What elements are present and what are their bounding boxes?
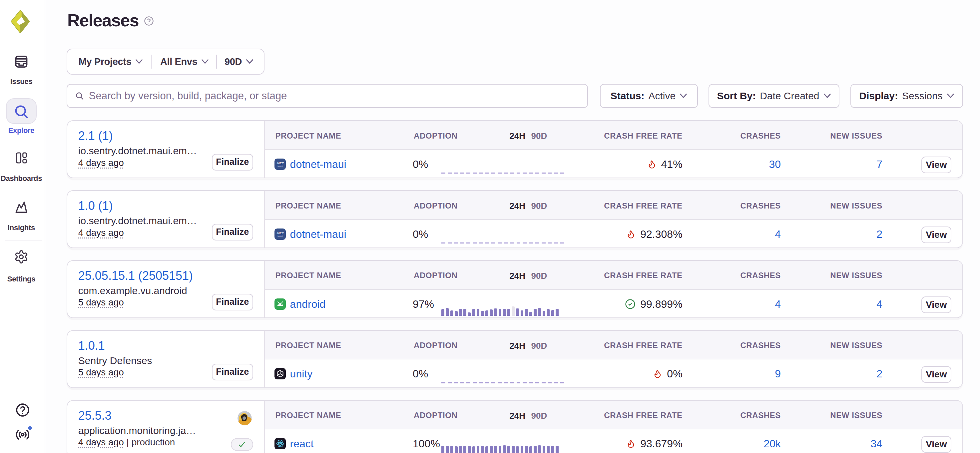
svg-text:MAUI: MAUI [278,165,283,167]
svg-text:.NET: .NET [277,231,284,235]
svg-text:.NET: .NET [277,161,284,165]
svg-text:MAUI: MAUI [278,235,283,237]
